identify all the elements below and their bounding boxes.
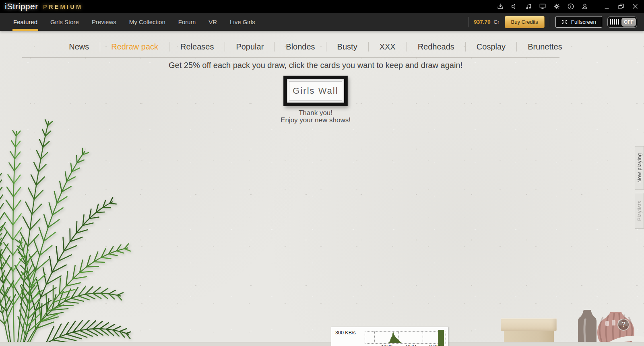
bandwidth-meter-panel: 300 KB/s 10:02 10:04 10:06	[331, 327, 448, 346]
thanks-line-2: Enjoy your new shows!	[0, 117, 638, 124]
subnav-item-blondes[interactable]: Blondes	[275, 42, 326, 51]
credits-unit: Cr	[493, 19, 499, 25]
nav-separator	[468, 17, 469, 27]
display-icon[interactable]	[539, 2, 547, 10]
credits-balance: 937.70 Cr	[474, 19, 499, 25]
tab-live-girls[interactable]: Live Girls	[223, 13, 262, 31]
poster-title: Girls Wall	[293, 86, 338, 96]
titlebar-separator	[596, 3, 596, 10]
time-tick: 10:02	[380, 344, 394, 346]
fullscreen-button[interactable]: Fullscreen	[555, 16, 602, 28]
girls-wall-card[interactable]: Girls Wall	[284, 76, 347, 106]
download-icon[interactable]	[496, 2, 504, 10]
subnav-item-news[interactable]: News	[58, 42, 100, 51]
floor-strip	[0, 342, 644, 346]
toggle-knob: OFF	[621, 18, 636, 27]
time-tick: 10:04	[404, 344, 418, 346]
category-subnav: News Redraw pack Releases Popular Blonde…	[0, 42, 638, 51]
bandwidth-scale-label: 300 KB/s	[335, 330, 356, 336]
close-icon[interactable]	[631, 2, 639, 10]
shader-off-toggle[interactable]: OFF	[607, 16, 637, 28]
subnav-item-xxx[interactable]: XXX	[369, 42, 407, 51]
speaker-icon[interactable]	[510, 2, 518, 10]
tab-forum[interactable]: Forum	[172, 13, 202, 31]
taupe-vase	[578, 310, 597, 346]
palm-plant-decoration	[0, 107, 131, 346]
music-notes-icon[interactable]	[524, 2, 533, 10]
main-navbar: Featured Girls Store Previews My Collect…	[0, 13, 644, 31]
thank-you-message: Thank you! Enjoy your new shows!	[0, 109, 638, 124]
tab-my-collection[interactable]: My Collection	[123, 13, 172, 31]
buy-credits-button[interactable]: Buy Credits	[505, 16, 545, 28]
promo-headline: Get 25% off each pack you draw, click th…	[0, 61, 638, 70]
thanks-line-1: Thank you!	[0, 109, 638, 117]
bandwidth-plot	[365, 331, 446, 344]
settings-gear-icon[interactable]	[553, 2, 561, 10]
tab-vr[interactable]: VR	[202, 13, 223, 31]
subnav-item-releases[interactable]: Releases	[169, 42, 225, 51]
gift-box-lid	[501, 318, 557, 331]
time-tick: 10:06	[427, 344, 442, 346]
fullscreen-label: Fullscreen	[571, 19, 596, 25]
account-icon[interactable]	[581, 2, 589, 10]
poster-mat: Girls Wall	[287, 79, 344, 103]
tab-previews[interactable]: Previews	[85, 13, 123, 31]
nav-separator	[550, 17, 550, 27]
window-titlebar: iStripper PREMIUM	[0, 0, 644, 13]
minimize-icon[interactable]	[603, 2, 611, 10]
playlists-tab[interactable]: Playlists	[635, 193, 644, 229]
subnav-item-brunettes[interactable]: Brunettes	[517, 42, 573, 51]
transfer-spike-area	[365, 332, 446, 343]
fullscreen-expand-icon	[561, 19, 568, 25]
subnav-item-cosplay[interactable]: Cosplay	[466, 42, 516, 51]
tab-girls-store[interactable]: Girls Store	[44, 13, 85, 31]
vases-decoration	[572, 306, 644, 346]
premium-badge: PREMIUM	[43, 3, 83, 10]
now-playing-tab[interactable]: Now playing	[635, 146, 644, 189]
subnav-item-popular[interactable]: Popular	[225, 42, 275, 51]
credits-amount: 937.70	[474, 19, 490, 25]
subnav-item-redheads[interactable]: Redheads	[407, 42, 465, 51]
shutter-bars-icon	[608, 19, 621, 25]
subnav-item-redraw-pack[interactable]: Redraw pack	[100, 42, 169, 51]
app-logo: iStripper	[5, 2, 38, 11]
subnav-item-busty[interactable]: Busty	[326, 42, 368, 51]
help-button[interactable]: ?	[617, 319, 630, 331]
tab-featured[interactable]: Featured	[7, 13, 44, 31]
wall-background: News Redraw pack Releases Popular Blonde…	[0, 31, 644, 346]
info-icon[interactable]	[567, 2, 575, 10]
current-speed-bar	[438, 330, 444, 346]
restore-icon[interactable]	[617, 2, 625, 10]
